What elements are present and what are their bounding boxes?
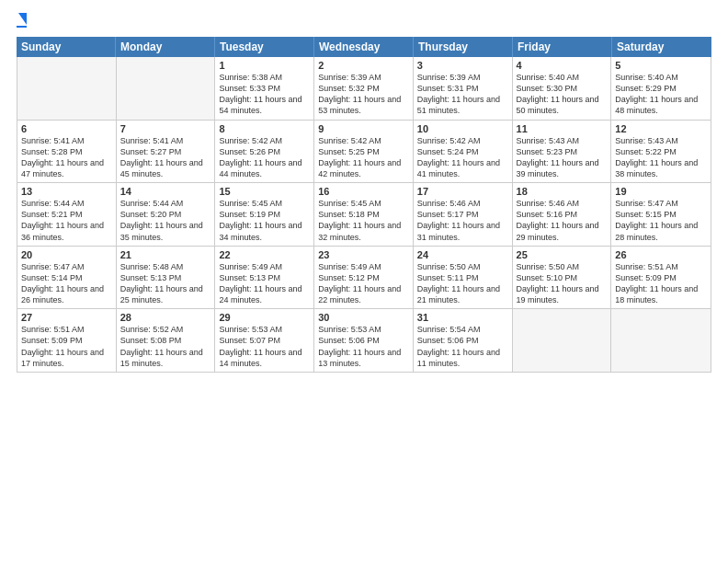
day-cell-13: 13Sunrise: 5:44 AM Sunset: 5:21 PM Dayli… bbox=[17, 183, 117, 246]
cell-info: Sunrise: 5:49 AM Sunset: 5:12 PM Dayligh… bbox=[318, 261, 409, 306]
cell-info: Sunrise: 5:44 AM Sunset: 5:21 PM Dayligh… bbox=[21, 198, 112, 243]
day-cell-23: 23Sunrise: 5:49 AM Sunset: 5:12 PM Dayli… bbox=[314, 247, 414, 309]
day-number: 22 bbox=[219, 249, 310, 260]
cell-info: Sunrise: 5:40 AM Sunset: 5:30 PM Dayligh… bbox=[517, 72, 608, 117]
cell-info: Sunrise: 5:51 AM Sunset: 5:09 PM Dayligh… bbox=[615, 261, 707, 306]
day-cell-1: 1Sunrise: 5:38 AM Sunset: 5:33 PM Daylig… bbox=[215, 57, 314, 120]
day-cell-15: 15Sunrise: 5:45 AM Sunset: 5:19 PM Dayli… bbox=[215, 183, 314, 246]
day-number: 15 bbox=[219, 186, 310, 197]
cell-info: Sunrise: 5:53 AM Sunset: 5:07 PM Dayligh… bbox=[219, 324, 310, 369]
day-cell-11: 11Sunrise: 5:43 AM Sunset: 5:23 PM Dayli… bbox=[513, 121, 612, 183]
day-number: 1 bbox=[219, 60, 310, 71]
cell-info: Sunrise: 5:42 AM Sunset: 5:24 PM Dayligh… bbox=[417, 135, 508, 180]
day-cell-19: 19Sunrise: 5:47 AM Sunset: 5:15 PM Dayli… bbox=[611, 183, 711, 246]
day-number: 6 bbox=[21, 123, 112, 134]
calendar-week-3: 13Sunrise: 5:44 AM Sunset: 5:21 PM Dayli… bbox=[17, 183, 711, 247]
empty-cell bbox=[611, 309, 711, 372]
cell-info: Sunrise: 5:39 AM Sunset: 5:31 PM Dayligh… bbox=[417, 72, 508, 117]
day-number: 25 bbox=[517, 249, 608, 260]
day-cell-21: 21Sunrise: 5:48 AM Sunset: 5:13 PM Dayli… bbox=[117, 247, 216, 309]
day-number: 2 bbox=[318, 60, 409, 71]
day-number: 10 bbox=[417, 123, 508, 134]
day-number: 7 bbox=[120, 123, 211, 134]
day-cell-28: 28Sunrise: 5:52 AM Sunset: 5:08 PM Dayli… bbox=[117, 309, 216, 372]
day-number: 30 bbox=[318, 312, 409, 323]
day-cell-4: 4Sunrise: 5:40 AM Sunset: 5:30 PM Daylig… bbox=[513, 57, 612, 120]
day-number: 17 bbox=[417, 186, 508, 197]
calendar-week-5: 27Sunrise: 5:51 AM Sunset: 5:09 PM Dayli… bbox=[17, 309, 711, 372]
cell-info: Sunrise: 5:53 AM Sunset: 5:06 PM Dayligh… bbox=[318, 324, 409, 369]
calendar-body: 1Sunrise: 5:38 AM Sunset: 5:33 PM Daylig… bbox=[17, 57, 711, 373]
cell-info: Sunrise: 5:43 AM Sunset: 5:22 PM Dayligh… bbox=[615, 135, 707, 180]
day-header-monday: Monday bbox=[116, 37, 215, 57]
cell-info: Sunrise: 5:42 AM Sunset: 5:26 PM Dayligh… bbox=[219, 135, 310, 180]
empty-cell bbox=[117, 57, 216, 120]
cell-info: Sunrise: 5:39 AM Sunset: 5:32 PM Dayligh… bbox=[318, 72, 409, 117]
day-cell-31: 31Sunrise: 5:54 AM Sunset: 5:06 PM Dayli… bbox=[414, 309, 513, 372]
cell-info: Sunrise: 5:43 AM Sunset: 5:23 PM Dayligh… bbox=[517, 135, 608, 180]
day-cell-2: 2Sunrise: 5:39 AM Sunset: 5:32 PM Daylig… bbox=[314, 57, 414, 120]
cell-info: Sunrise: 5:45 AM Sunset: 5:18 PM Dayligh… bbox=[318, 198, 409, 243]
day-number: 3 bbox=[417, 60, 508, 71]
cell-info: Sunrise: 5:44 AM Sunset: 5:20 PM Dayligh… bbox=[120, 198, 211, 243]
logo-arrow-icon bbox=[18, 13, 27, 25]
day-cell-22: 22Sunrise: 5:49 AM Sunset: 5:13 PM Dayli… bbox=[215, 247, 314, 309]
day-number: 13 bbox=[21, 186, 112, 197]
day-number: 11 bbox=[517, 123, 608, 134]
day-number: 16 bbox=[318, 186, 409, 197]
day-number: 28 bbox=[120, 312, 211, 323]
day-cell-7: 7Sunrise: 5:41 AM Sunset: 5:27 PM Daylig… bbox=[117, 121, 216, 183]
day-number: 18 bbox=[517, 186, 608, 197]
day-cell-12: 12Sunrise: 5:43 AM Sunset: 5:22 PM Dayli… bbox=[611, 121, 711, 183]
day-number: 21 bbox=[120, 249, 211, 260]
day-number: 20 bbox=[21, 249, 112, 260]
day-cell-9: 9Sunrise: 5:42 AM Sunset: 5:25 PM Daylig… bbox=[314, 121, 414, 183]
day-cell-8: 8Sunrise: 5:42 AM Sunset: 5:26 PM Daylig… bbox=[215, 121, 314, 183]
day-cell-17: 17Sunrise: 5:46 AM Sunset: 5:17 PM Dayli… bbox=[414, 183, 513, 246]
day-number: 14 bbox=[120, 186, 211, 197]
cell-info: Sunrise: 5:50 AM Sunset: 5:10 PM Dayligh… bbox=[517, 261, 608, 306]
calendar-week-1: 1Sunrise: 5:38 AM Sunset: 5:33 PM Daylig… bbox=[17, 57, 711, 121]
cell-info: Sunrise: 5:46 AM Sunset: 5:16 PM Dayligh… bbox=[517, 198, 608, 243]
cell-info: Sunrise: 5:45 AM Sunset: 5:19 PM Dayligh… bbox=[219, 198, 310, 243]
day-cell-18: 18Sunrise: 5:46 AM Sunset: 5:16 PM Dayli… bbox=[513, 183, 612, 246]
day-number: 19 bbox=[615, 186, 707, 197]
calendar-week-2: 6Sunrise: 5:41 AM Sunset: 5:28 PM Daylig… bbox=[17, 121, 711, 184]
day-number: 29 bbox=[219, 312, 310, 323]
day-header-friday: Friday bbox=[513, 37, 612, 57]
day-header-sunday: Sunday bbox=[17, 37, 116, 57]
day-number: 5 bbox=[615, 60, 707, 71]
day-cell-16: 16Sunrise: 5:45 AM Sunset: 5:18 PM Dayli… bbox=[314, 183, 414, 246]
day-number: 27 bbox=[21, 312, 112, 323]
calendar: SundayMondayTuesdayWednesdayThursdayFrid… bbox=[17, 37, 711, 554]
cell-info: Sunrise: 5:40 AM Sunset: 5:29 PM Dayligh… bbox=[615, 72, 707, 117]
day-number: 23 bbox=[318, 249, 409, 260]
day-header-saturday: Saturday bbox=[612, 37, 711, 57]
empty-cell bbox=[17, 57, 117, 120]
day-cell-5: 5Sunrise: 5:40 AM Sunset: 5:29 PM Daylig… bbox=[611, 57, 711, 120]
day-header-wednesday: Wednesday bbox=[314, 37, 414, 57]
logo bbox=[17, 17, 27, 28]
day-number: 8 bbox=[219, 123, 310, 134]
day-cell-30: 30Sunrise: 5:53 AM Sunset: 5:06 PM Dayli… bbox=[314, 309, 414, 372]
cell-info: Sunrise: 5:48 AM Sunset: 5:13 PM Dayligh… bbox=[120, 261, 211, 306]
header bbox=[17, 17, 711, 28]
day-number: 12 bbox=[615, 123, 707, 134]
cell-info: Sunrise: 5:42 AM Sunset: 5:25 PM Dayligh… bbox=[318, 135, 409, 180]
cell-info: Sunrise: 5:41 AM Sunset: 5:27 PM Dayligh… bbox=[120, 135, 211, 180]
day-cell-20: 20Sunrise: 5:47 AM Sunset: 5:14 PM Dayli… bbox=[17, 247, 117, 309]
day-header-thursday: Thursday bbox=[414, 37, 513, 57]
day-cell-10: 10Sunrise: 5:42 AM Sunset: 5:24 PM Dayli… bbox=[414, 121, 513, 183]
day-cell-29: 29Sunrise: 5:53 AM Sunset: 5:07 PM Dayli… bbox=[215, 309, 314, 372]
day-number: 9 bbox=[318, 123, 409, 134]
calendar-header: SundayMondayTuesdayWednesdayThursdayFrid… bbox=[17, 37, 711, 57]
cell-info: Sunrise: 5:51 AM Sunset: 5:09 PM Dayligh… bbox=[21, 324, 112, 369]
cell-info: Sunrise: 5:38 AM Sunset: 5:33 PM Dayligh… bbox=[219, 72, 310, 117]
day-cell-27: 27Sunrise: 5:51 AM Sunset: 5:09 PM Dayli… bbox=[17, 309, 117, 372]
cell-info: Sunrise: 5:49 AM Sunset: 5:13 PM Dayligh… bbox=[219, 261, 310, 306]
cell-info: Sunrise: 5:50 AM Sunset: 5:11 PM Dayligh… bbox=[417, 261, 508, 306]
day-number: 26 bbox=[615, 249, 707, 260]
day-number: 4 bbox=[517, 60, 608, 71]
cell-info: Sunrise: 5:54 AM Sunset: 5:06 PM Dayligh… bbox=[417, 324, 508, 369]
calendar-week-4: 20Sunrise: 5:47 AM Sunset: 5:14 PM Dayli… bbox=[17, 247, 711, 310]
